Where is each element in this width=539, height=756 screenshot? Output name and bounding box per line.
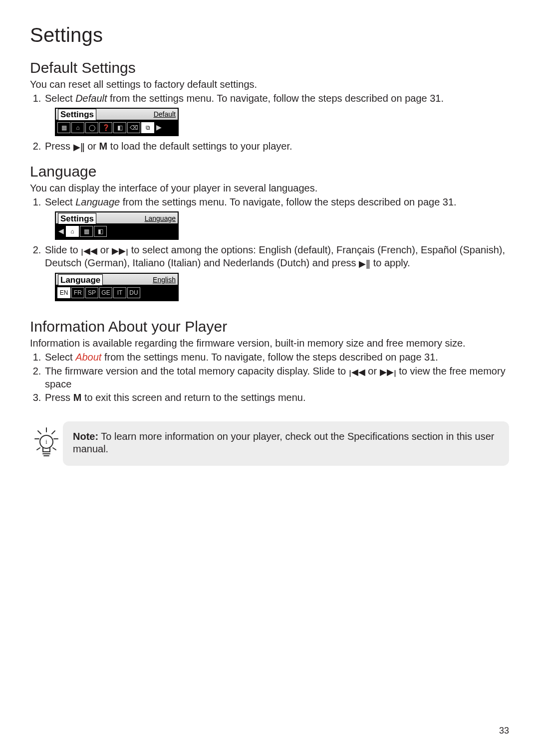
info-steps: Select About from the settings menu. To … bbox=[30, 351, 509, 404]
lcd-selected-label: Default bbox=[154, 110, 176, 120]
lcd-default: Settings Default ▦ ⌂ ◯ ❓ ◧ ⌫ ⧉ ▶ bbox=[55, 108, 179, 136]
lcd-lang-en: EN bbox=[57, 287, 70, 298]
info-intro: Information is available regarding the f… bbox=[30, 337, 509, 350]
m-button-ref: M bbox=[73, 392, 82, 403]
svg-line-10 bbox=[53, 448, 56, 450]
note-text: To learn more information on your player… bbox=[73, 431, 495, 455]
note-box: Note: To learn more information on your … bbox=[63, 421, 509, 466]
page-number: 33 bbox=[499, 726, 509, 736]
lcd-tab: Language bbox=[58, 274, 103, 286]
lcd-lang-fr: FR bbox=[71, 287, 84, 298]
svg-text:i: i bbox=[45, 438, 47, 445]
lcd-icon: ▦ bbox=[80, 226, 93, 237]
default-step-2: Press ▶ǁ or M to load the default settin… bbox=[44, 140, 509, 153]
page-title: Settings bbox=[30, 24, 509, 46]
language-steps: Select Language from the settings menu. … bbox=[30, 196, 509, 302]
svg-line-2 bbox=[52, 431, 55, 434]
lcd-icon: ◧ bbox=[94, 226, 107, 237]
lcd-icon: ▦ bbox=[57, 122, 70, 133]
lcd-icon: ⌫ bbox=[127, 122, 140, 133]
language-step-2: Slide to ꞁ◀◀ or ▶▶ꞁ to select among the … bbox=[44, 244, 509, 301]
next-track-icon: ▶▶ꞁ bbox=[112, 246, 128, 256]
lcd-icon: ⌂ bbox=[71, 122, 84, 133]
lcd-icon: ◯ bbox=[85, 122, 98, 133]
lcd-language-settings: Settings Language ◀ ⌂ ▦ ◧ bbox=[55, 211, 179, 240]
play-pause-icon: ▶ǁ bbox=[359, 259, 370, 269]
note-label: Note: bbox=[73, 431, 98, 442]
lcd-arrow-right-icon: ▶ bbox=[155, 123, 163, 132]
default-step-1: Select Default from the settings menu. T… bbox=[44, 92, 509, 137]
lightbulb-icon: i bbox=[30, 424, 63, 463]
emph-language: Language bbox=[75, 196, 120, 207]
svg-line-9 bbox=[37, 448, 40, 450]
language-intro: You can display the interface of your pl… bbox=[30, 182, 509, 195]
info-step-3: Press M to exit this screen and return t… bbox=[44, 391, 509, 404]
heading-info: Information About your Player bbox=[30, 318, 509, 335]
lcd-language-select: Language English EN FR SP GE IT DU bbox=[55, 273, 179, 301]
lcd-selected-label: Language bbox=[145, 214, 176, 224]
lcd-icon-selected: ⌂ bbox=[66, 226, 79, 237]
heading-default-settings: Default Settings bbox=[30, 59, 509, 76]
lcd-selected-label: English bbox=[153, 276, 176, 285]
emph-about: About bbox=[75, 352, 101, 363]
lcd-lang-it: IT bbox=[113, 287, 126, 298]
info-step-2: The firmware version and the total memor… bbox=[44, 365, 509, 391]
info-step-1: Select About from the settings menu. To … bbox=[44, 351, 509, 364]
lcd-icon: ❓ bbox=[99, 122, 112, 133]
lcd-arrow-left-icon: ◀ bbox=[57, 227, 65, 236]
emph-default: Default bbox=[75, 93, 107, 104]
play-pause-icon: ▶ǁ bbox=[73, 142, 85, 152]
lcd-icon: ◧ bbox=[113, 122, 126, 133]
lcd-tab: Settings bbox=[58, 109, 96, 120]
heading-language: Language bbox=[30, 163, 509, 180]
lcd-lang-sp: SP bbox=[85, 287, 98, 298]
lcd-icon-selected: ⧉ bbox=[141, 122, 154, 133]
language-step-1: Select Language from the settings menu. … bbox=[44, 196, 509, 240]
lcd-tab: Settings bbox=[58, 213, 96, 224]
m-button-ref: M bbox=[99, 141, 108, 152]
prev-track-icon: ꞁ◀◀ bbox=[349, 367, 365, 377]
svg-line-1 bbox=[38, 431, 41, 434]
next-track-icon: ▶▶ꞁ bbox=[380, 367, 396, 377]
lcd-lang-ge: GE bbox=[99, 287, 112, 298]
default-intro: You can reset all settings to factory de… bbox=[30, 78, 509, 91]
default-steps: Select Default from the settings menu. T… bbox=[30, 92, 509, 154]
prev-track-icon: ꞁ◀◀ bbox=[81, 246, 97, 256]
note: i Note: To learn more information on you… bbox=[30, 421, 509, 466]
lcd-lang-du: DU bbox=[127, 287, 140, 298]
